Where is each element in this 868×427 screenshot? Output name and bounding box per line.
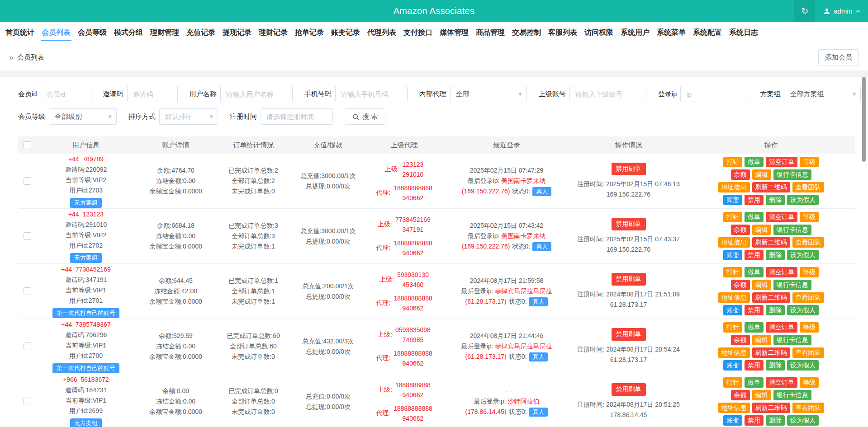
edit-button[interactable]: 编辑 <box>752 390 771 400</box>
view-team-button[interactable]: 查看团队 <box>792 292 824 303</box>
ban-brushing-badge[interactable]: 禁用刷单 <box>612 383 646 396</box>
nav-item[interactable]: 系统配置 <box>692 26 723 41</box>
nav-item[interactable]: 商品管理 <box>475 26 506 41</box>
refresh-qrcode-button[interactable]: 刷新二维码 <box>752 237 790 248</box>
nav-item[interactable]: 抢单记录 <box>294 26 325 41</box>
address-info-button[interactable]: 地址信息 <box>718 237 750 248</box>
parent-account-input[interactable] <box>569 86 646 102</box>
plan-group-badge[interactable]: 无方案组 <box>70 253 102 263</box>
inject-button[interactable]: 打针 <box>723 212 742 222</box>
register-time-input[interactable] <box>261 108 333 125</box>
balance-button[interactable]: 余额 <box>731 335 750 345</box>
real-person-badge[interactable]: 真人 <box>529 408 548 417</box>
address-info-button[interactable]: 地址信息 <box>718 292 750 303</box>
view-team-button[interactable]: 查看团队 <box>792 237 824 248</box>
bank-card-info-button[interactable]: 银行卡信息 <box>773 335 811 345</box>
edit-button[interactable]: 编辑 <box>752 225 771 235</box>
delete-button[interactable]: 删除 <box>766 250 785 260</box>
real-person-badge[interactable]: 真人 <box>529 297 548 306</box>
phone-number-input[interactable] <box>335 86 408 102</box>
set-as-fake-button[interactable]: 设为假人 <box>787 305 819 315</box>
account-change-button[interactable]: 账变 <box>723 305 742 315</box>
clear-orders-button[interactable]: 清空订单 <box>766 377 797 388</box>
address-info-button[interactable]: 地址信息 <box>718 347 750 358</box>
edit-button[interactable]: 编辑 <box>752 335 771 345</box>
search-button[interactable]: 搜 索 <box>345 108 385 125</box>
invite-code-input[interactable] <box>127 86 178 102</box>
real-person-badge[interactable]: 真人 <box>532 242 551 251</box>
balance-button[interactable]: 余额 <box>731 280 750 290</box>
inject-button[interactable]: 打针 <box>723 377 742 388</box>
make-order-button[interactable]: 做单 <box>745 157 764 167</box>
nav-item[interactable]: 代理列表 <box>366 26 397 41</box>
view-team-button[interactable]: 查看团队 <box>792 182 824 192</box>
set-as-fake-button[interactable]: 设为假人 <box>787 195 819 205</box>
view-team-button[interactable]: 查看团队 <box>792 403 824 413</box>
scrollbar-thumb[interactable] <box>862 77 866 162</box>
plan-group-badge[interactable]: 第一次代打自己的账号 <box>52 363 119 373</box>
bank-card-info-button[interactable]: 银行卡信息 <box>773 225 811 235</box>
account-change-button[interactable]: 账变 <box>723 195 742 205</box>
view-team-button[interactable]: 查看团队 <box>792 347 824 358</box>
delete-button[interactable]: 删除 <box>766 415 785 426</box>
make-order-button[interactable]: 做单 <box>745 377 764 388</box>
ban-brushing-badge[interactable]: 禁用刷单 <box>612 163 646 175</box>
make-order-button[interactable]: 做单 <box>745 322 764 333</box>
select-all-checkbox[interactable] <box>24 141 31 149</box>
disable-button[interactable]: 禁用 <box>745 415 764 426</box>
nav-item[interactable]: 会员等级 <box>77 26 108 41</box>
nav-item[interactable]: 账变记录 <box>330 26 361 41</box>
clear-orders-button[interactable]: 清空订单 <box>766 267 797 277</box>
refresh-qrcode-button[interactable]: 刷新二维码 <box>752 403 790 413</box>
nav-item[interactable]: 媒体管理 <box>439 26 470 41</box>
address-info-button[interactable]: 地址信息 <box>718 403 750 413</box>
row-checkbox[interactable] <box>24 287 31 295</box>
balance-button[interactable]: 余额 <box>731 169 750 180</box>
delete-button[interactable]: 删除 <box>766 360 785 371</box>
member-id-input[interactable] <box>41 86 91 102</box>
nav-item[interactable]: 客服列表 <box>547 26 578 41</box>
edit-button[interactable]: 编辑 <box>752 280 771 290</box>
balance-button[interactable]: 余额 <box>731 225 750 235</box>
refresh-button[interactable]: ↻ <box>794 0 815 22</box>
bank-card-info-button[interactable]: 银行卡信息 <box>773 390 811 400</box>
refresh-qrcode-button[interactable]: 刷新二维码 <box>752 292 790 303</box>
disable-button[interactable]: 禁用 <box>745 305 764 315</box>
user-menu[interactable]: admin <box>823 7 861 15</box>
balance-button[interactable]: 余额 <box>731 390 750 400</box>
edit-button[interactable]: 编辑 <box>752 169 771 180</box>
ban-brushing-badge[interactable]: 禁用刷单 <box>612 273 646 286</box>
nav-item[interactable]: 模式分组 <box>113 26 144 41</box>
set-as-fake-button[interactable]: 设为假人 <box>787 250 819 260</box>
delete-button[interactable]: 删除 <box>766 305 785 315</box>
account-change-button[interactable]: 账变 <box>723 360 742 371</box>
nav-item[interactable]: 系统用户 <box>620 26 650 41</box>
real-person-badge[interactable]: 真人 <box>532 187 551 196</box>
nav-item[interactable]: 会员列表 <box>41 26 71 41</box>
ban-brushing-badge[interactable]: 禁用刷单 <box>612 218 646 230</box>
clear-orders-button[interactable]: 清空订单 <box>766 157 797 167</box>
address-info-button[interactable]: 地址信息 <box>718 182 750 192</box>
make-order-button[interactable]: 做单 <box>745 267 764 277</box>
row-checkbox[interactable] <box>24 398 31 405</box>
real-person-badge[interactable]: 真人 <box>529 352 548 361</box>
nav-item[interactable]: 理财管理 <box>149 26 180 41</box>
inject-button[interactable]: 打针 <box>723 157 742 167</box>
plan-group-select[interactable]: 全部方案组▾ <box>784 86 861 102</box>
level-button[interactable]: 等级 <box>800 377 819 388</box>
clear-orders-button[interactable]: 清空订单 <box>766 322 797 333</box>
nav-item[interactable]: 充值记录 <box>185 26 216 41</box>
row-checkbox[interactable] <box>24 177 31 185</box>
internal-agent-select[interactable]: 全部▾ <box>450 86 527 102</box>
nav-item[interactable]: 交易控制 <box>511 26 542 41</box>
account-change-button[interactable]: 账变 <box>723 415 742 426</box>
inject-button[interactable]: 打针 <box>723 267 742 277</box>
refresh-qrcode-button[interactable]: 刷新二维码 <box>752 182 790 192</box>
bank-card-info-button[interactable]: 银行卡信息 <box>773 280 811 290</box>
nav-item[interactable]: 访问权限 <box>583 26 614 41</box>
disable-button[interactable]: 禁用 <box>745 360 764 371</box>
inject-button[interactable]: 打针 <box>723 322 742 333</box>
disable-button[interactable]: 禁用 <box>745 250 764 260</box>
nav-item[interactable]: 理财记录 <box>258 26 289 41</box>
row-checkbox[interactable] <box>24 232 31 240</box>
